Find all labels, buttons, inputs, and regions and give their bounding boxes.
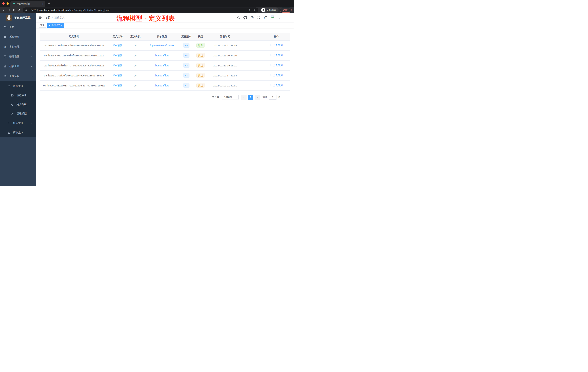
person-icon	[270, 74, 272, 77]
tag-item[interactable]: 首页×	[39, 23, 46, 28]
github-icon[interactable]	[243, 16, 247, 20]
assign-rule-link[interactable]: 分配规则	[270, 54, 283, 57]
bookmark-star-icon[interactable]	[253, 9, 256, 11]
sidebar-item-label: 工作流程	[9, 75, 31, 78]
window-minimize-button[interactable]	[7, 2, 9, 5]
definition-name-link[interactable]: OA 请假	[113, 54, 122, 57]
definition-name-link[interactable]: OA 请假	[113, 84, 122, 87]
column-header: 状态	[193, 33, 208, 40]
assign-rule-link[interactable]: 分配规则	[270, 74, 283, 77]
page-size-select[interactable]: 10条/页	[222, 95, 239, 100]
sidebar-item-label: 基础设施	[9, 55, 31, 58]
page-number-button[interactable]: 1	[248, 95, 253, 100]
sidebar-item-dashboard[interactable]: 首页	[0, 22, 36, 32]
filler-cell	[242, 80, 263, 90]
sidebar-item-gear[interactable]: 系统管理	[0, 32, 36, 42]
person-icon	[8, 131, 10, 134]
sidebar-item-list[interactable]: 流程管理	[0, 81, 36, 91]
table-row: oa_leave:4:991f2193-7b7f-11ec-a3c8-acde4…	[40, 50, 290, 60]
sidebar-logo[interactable]: 芋道管理系统	[0, 13, 36, 22]
tag-active[interactable]: 流程定义×	[47, 23, 64, 28]
browser-tab[interactable]: 芋道管理系统 ×	[10, 1, 45, 7]
filler-cell	[242, 70, 263, 80]
sidebar-item-label: 流程模型	[17, 112, 33, 115]
forward-button[interactable]	[7, 8, 12, 12]
browser-tabstrip: 芋道管理系统 × +	[0, 0, 294, 7]
sidebar-item-user-group[interactable]: 用户分组	[0, 100, 36, 109]
form-link[interactable]: /bpm/oa/flow	[155, 54, 169, 57]
form-link[interactable]: /bpm/oa/flow	[155, 84, 169, 87]
sidebar-item-briefcase[interactable]: 工作流程	[0, 71, 36, 81]
sidebar-item-monitor[interactable]: 基础设施	[0, 52, 36, 62]
category-cell: OA	[127, 50, 144, 60]
sidebar-item-form[interactable]: 流程表单	[0, 91, 36, 100]
update-button[interactable]: 更新	[280, 8, 292, 12]
pagination: 共 5 条 10条/页 1 前往	[40, 95, 281, 100]
form-cell: /bpm/oa/flow	[144, 60, 180, 70]
chevron-down-icon	[234, 96, 236, 98]
action-label: 分配规则	[273, 54, 283, 57]
fullscreen-icon[interactable]	[257, 16, 260, 19]
url-text: dashboard.yudao.iocoder.cn/bpm/manager/d…	[39, 9, 110, 11]
plant-favicon-icon	[12, 2, 15, 5]
action-label: 分配规则	[273, 44, 283, 47]
tags-view: 首页×流程定义×	[36, 22, 294, 28]
definition-name-link[interactable]: OA 请假	[113, 74, 122, 77]
sidebar-item-toolbox[interactable]: 研发工具	[0, 62, 36, 71]
paper-plane-icon	[11, 112, 14, 115]
tab-close-icon[interactable]: ×	[42, 2, 43, 5]
tag-close-icon[interactable]: ×	[61, 24, 62, 27]
breadcrumb-item-home[interactable]: 首页	[45, 16, 50, 19]
sidebar-item-person[interactable]: 请假查询	[0, 128, 36, 137]
next-page-button[interactable]	[254, 95, 260, 100]
chevron-up-icon	[31, 85, 33, 87]
version-badge: v1	[183, 83, 189, 88]
form-link[interactable]: /bpm/oa/leave/create	[150, 44, 174, 47]
address-bar[interactable]: 不安全 dashboard.yudao.iocoder.cn/bpm/manag…	[23, 8, 258, 12]
sidebar-item-label: 支付管理	[9, 45, 31, 48]
yen-icon: ¥	[4, 45, 7, 48]
assign-rule-link[interactable]: 分配规则	[270, 44, 283, 47]
definition-name-link[interactable]: OA 请假	[113, 64, 122, 67]
user-avatar[interactable]	[270, 14, 277, 21]
sidebar-item-yen[interactable]: ¥支付管理	[0, 42, 36, 52]
category-cell: OA	[127, 40, 144, 50]
form-link[interactable]: /bpm/oa/flow	[155, 74, 169, 77]
goto-page-input[interactable]	[269, 95, 277, 99]
person-icon	[270, 44, 272, 47]
active-dot	[49, 25, 50, 26]
action-cell: 分配规则	[263, 70, 290, 80]
chevron-down-icon	[31, 55, 33, 58]
home-button[interactable]	[17, 8, 22, 12]
chevron-up-icon	[31, 75, 33, 77]
new-tab-button[interactable]: +	[48, 1, 50, 6]
sidebar: 芋道管理系统 首页系统管理¥支付管理基础设施研发工具工作流程流程管理流程表单用户…	[0, 13, 36, 186]
sidebar-item-paper-plane[interactable]: 流程模型	[0, 109, 36, 118]
more-menu-icon	[289, 9, 290, 11]
form-link[interactable]: /bpm/oa/flow	[155, 64, 169, 67]
briefcase-icon	[4, 75, 7, 78]
prev-page-button[interactable]	[241, 95, 247, 100]
window-close-button[interactable]	[2, 2, 5, 5]
table-row: oa_leave:2:3c1f0ef1-76b1-11ec-9c66-a2380…	[40, 70, 290, 80]
deploy-time-cell: 2022-01-22 20:34:10	[208, 50, 242, 60]
category-cell: OA	[127, 80, 144, 90]
page-content: 定义编号定义名称定义分类表单信息流程版本状态部署时间操作 oa_leave:5:…	[36, 28, 294, 186]
assign-rule-link[interactable]: 分配规则	[270, 64, 283, 67]
definition-name-link[interactable]: OA 请假	[113, 44, 122, 47]
sidebar-item-label: 首页	[9, 25, 33, 29]
back-button[interactable]	[1, 8, 7, 12]
dashboard-icon	[4, 26, 7, 29]
sidebar-item-tree[interactable]: 任务管理	[0, 118, 36, 128]
incognito-icon	[261, 8, 265, 12]
deploy-time-cell: 2022-01-16 01:40:51	[208, 80, 242, 90]
font-size-icon[interactable]: TT	[264, 16, 267, 19]
search-icon[interactable]	[237, 16, 240, 19]
key-icon[interactable]	[249, 9, 252, 11]
deploy-time-cell: 2022-01-22 21:48:38	[208, 40, 242, 50]
help-icon[interactable]: ?	[250, 16, 254, 20]
assign-rule-link[interactable]: 分配规则	[270, 84, 283, 87]
reload-button[interactable]	[12, 8, 17, 12]
sidebar-collapse-button[interactable]	[39, 16, 42, 20]
definition-id-cell: oa_leave:1:482ec033-762a-11ec-8477-a2380…	[40, 80, 108, 90]
